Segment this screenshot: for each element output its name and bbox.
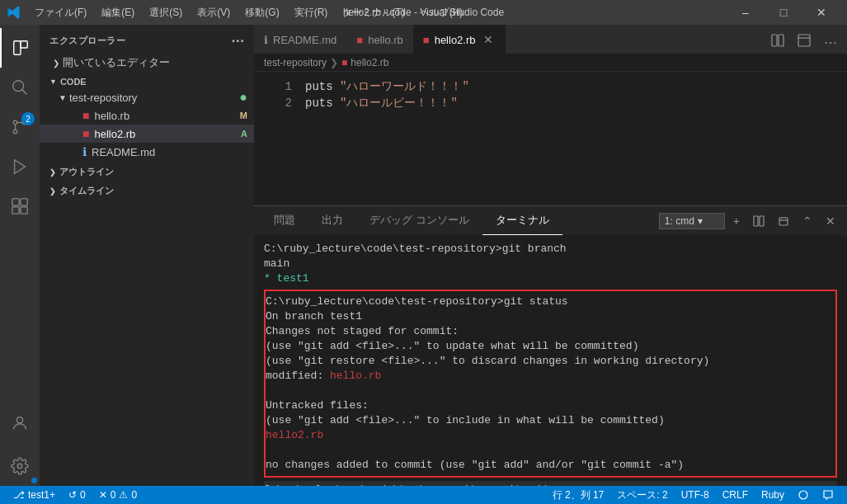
sidebar-section-code[interactable]: ▼ CODE	[40, 72, 254, 88]
panel-chevron-up-button[interactable]: ⌃	[798, 211, 817, 231]
sidebar-section-outline[interactable]: ❯ アウトライン	[40, 161, 254, 180]
activity-account[interactable]	[0, 403, 40, 443]
close-tab-button[interactable]: ✕	[481, 32, 496, 47]
tab-bar: ℹ README.md ■ hello.rb ■ hello2.rb ✕ ⋯	[254, 25, 847, 54]
code-content-2: puts "ハロールビー！！！"	[305, 95, 458, 111]
svg-point-13	[17, 464, 22, 469]
terminal-highlighted-block: C:\ruby_lecture\code\test-repository>git…	[264, 290, 837, 478]
window-title: hello2.rb - code - Visual Studio Code	[343, 7, 504, 18]
svg-rect-10	[12, 207, 19, 214]
menu-file[interactable]: ファイル(F)	[28, 4, 93, 21]
menu-view[interactable]: 表示(V)	[191, 4, 237, 21]
term-modified-hello: modified: hello.rb	[266, 369, 835, 384]
activity-explorer[interactable]	[0, 28, 40, 68]
svg-rect-20	[779, 218, 788, 225]
code-editor[interactable]: 1 puts "ハローワールド！！！" 2 puts "ハロールビー！！！"	[254, 72, 847, 205]
status-language-item[interactable]: Ruby	[755, 486, 791, 504]
activity-settings[interactable]	[0, 446, 40, 486]
term-git-branch-cmd: C:\ruby_lecture\code\test-repository>git…	[264, 242, 837, 257]
code-section-label: CODE	[60, 77, 87, 87]
term-use-git-restore: (use "git restore <file>..." to discard …	[266, 354, 835, 369]
open-editors-label: 開いているエディター	[63, 55, 247, 70]
sidebar-more-button[interactable]: ⋯	[231, 33, 245, 49]
term-no-changes: no changes added to commit (use "git add…	[266, 458, 835, 473]
term-test1-text: * test1	[264, 272, 309, 285]
line-number-2: 2	[267, 95, 292, 111]
error-icon: ✕	[99, 489, 107, 501]
term-modified-file: hello.rb	[330, 370, 381, 382]
activity-debug[interactable]	[0, 147, 40, 186]
sidebar-section-timeline[interactable]: ❯ タイムライン	[40, 180, 254, 199]
status-notifications-item[interactable]	[791, 486, 816, 504]
menu-select[interactable]: 選択(S)	[143, 4, 189, 21]
sidebar-file-hello2-rb[interactable]: ■ hello2.rb A	[40, 125, 254, 143]
hello-rb-label: hello.rb	[94, 110, 236, 122]
activity-search[interactable]	[0, 68, 40, 107]
ruby-tab-icon: ■	[356, 34, 363, 46]
breadcrumb-separator: ❯	[330, 57, 338, 68]
editor-area: ℹ README.md ■ hello.rb ■ hello2.rb ✕ ⋯	[254, 25, 847, 486]
tab-hello2-rb-label: hello2.rb	[435, 34, 476, 46]
term-use-git-add-include: (use "git add <file>..." to include in w…	[266, 413, 835, 428]
tab-readme[interactable]: ℹ README.md	[254, 25, 346, 54]
close-button[interactable]: ✕	[802, 0, 840, 25]
term-branch-main: main	[264, 257, 837, 271]
editor-layout-button[interactable]	[794, 31, 814, 54]
sync-icon: ↺	[68, 489, 77, 501]
sidebar-header: エクスプローラー ⋯	[40, 25, 254, 54]
breadcrumb: test-repository ❯ ■ hello2.rb	[254, 54, 847, 72]
status-feedback-item[interactable]	[816, 486, 840, 504]
chevron-right-icon: ❯	[49, 168, 56, 177]
panel-tab-debug-console[interactable]: デバッグ コンソール	[356, 206, 482, 235]
maximize-button[interactable]: □	[765, 0, 802, 25]
split-editor-button[interactable]	[768, 31, 788, 54]
tab-readme-label: README.md	[273, 34, 336, 46]
status-errors-label: 0	[111, 489, 116, 501]
minimize-button[interactable]: –	[727, 0, 765, 25]
split-terminal-button[interactable]	[748, 212, 769, 230]
sidebar-repo-folder[interactable]: ▼ test-repository ●	[40, 88, 254, 106]
svg-point-2	[13, 81, 24, 92]
activity-extensions[interactable]	[0, 186, 40, 226]
status-line-ending-item[interactable]: CRLF	[716, 486, 755, 504]
status-sync-item[interactable]: ↺ 0	[62, 486, 92, 504]
panel-tab-output[interactable]: 出力	[308, 206, 356, 235]
tab-hello-rb[interactable]: ■ hello.rb	[346, 25, 413, 54]
kill-terminal-button[interactable]	[773, 212, 794, 230]
terminal-content[interactable]: C:\ruby_lecture\code\test-repository>git…	[254, 235, 847, 486]
info-file-icon: ℹ	[82, 145, 87, 158]
sidebar-file-readme[interactable]: ℹ README.md	[40, 143, 254, 161]
menu-go[interactable]: 移動(G)	[238, 4, 285, 21]
tab-hello2-rb[interactable]: ■ hello2.rb ✕	[413, 25, 506, 54]
status-bar: ⎇ test1+ ↺ 0 ✕ 0 ⚠ 0 行 2、列 17 スペース: 2 UT…	[0, 486, 847, 504]
terminal-selector[interactable]: 1: cmd ▾	[659, 213, 725, 229]
status-encoding-item[interactable]: UTF-8	[675, 486, 716, 504]
breadcrumb-file[interactable]: hello2.rb	[351, 57, 388, 68]
add-terminal-button[interactable]: +	[728, 211, 745, 231]
menu-edit[interactable]: 編集(E)	[95, 4, 141, 21]
status-branch-item[interactable]: ⎇ test1+	[7, 486, 62, 504]
ruby-tab-icon: ■	[423, 34, 430, 46]
terminal-panel: 問題 出力 デバッグ コンソール ターミナル 1: cmd ▾ +	[254, 205, 847, 486]
term-on-branch: On branch test1	[266, 309, 835, 324]
code-content-1: puts "ハローワールド！！！"	[305, 78, 469, 95]
more-actions-button[interactable]: ⋯	[821, 31, 840, 54]
panel-close-button[interactable]: ✕	[821, 211, 840, 231]
sidebar-file-hello-rb[interactable]: ■ hello.rb M	[40, 106, 254, 125]
status-position-item[interactable]: 行 2、列 17	[546, 486, 611, 504]
term-modified-label: modified:	[266, 370, 330, 382]
status-spaces-item[interactable]: スペース: 2	[610, 486, 674, 504]
menu-run[interactable]: 実行(R)	[288, 4, 335, 21]
repo-folder-label: test-repository	[69, 92, 239, 104]
panel-tab-terminal[interactable]: ターミナル	[482, 206, 562, 235]
modified-badge: M	[240, 111, 247, 120]
code-string-1: "ハローワールド！！！"	[340, 80, 469, 93]
ruby-file-icon: ■	[82, 127, 89, 140]
chevron-down-icon: ▼	[49, 78, 57, 86]
status-errors-item[interactable]: ✕ 0 ⚠ 0	[92, 486, 144, 504]
sidebar-section-open-editors[interactable]: ❯ 開いているエディター	[40, 54, 254, 72]
panel-tab-problems[interactable]: 問題	[261, 206, 308, 235]
breadcrumb-repo[interactable]: test-repository	[264, 57, 327, 68]
term-untracked-files: Untracked files:	[266, 398, 835, 413]
activity-source-control[interactable]: 2	[0, 107, 40, 147]
